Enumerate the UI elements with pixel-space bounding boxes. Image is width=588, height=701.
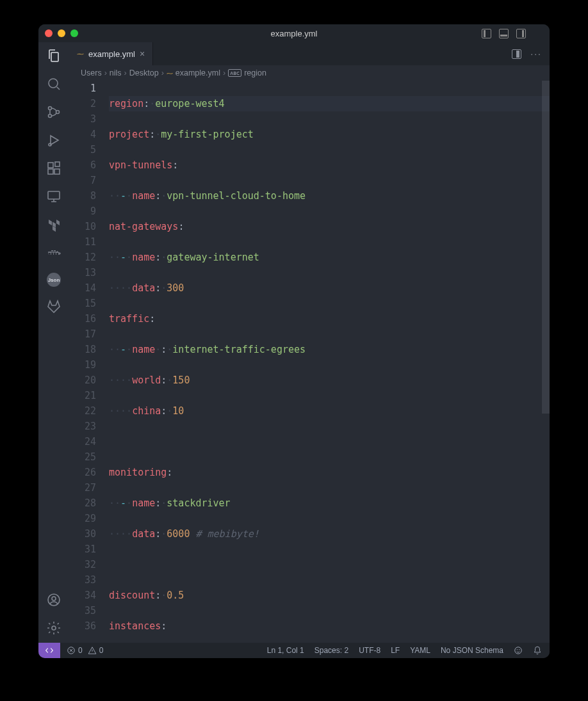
traffic-lights [45,29,78,37]
code-content[interactable]: region:·europe-west4 project:·my-first-p… [106,81,550,643]
editor-group: ⁓ example.yml × ··· Users › nils › Deskt… [69,42,550,643]
close-tab-icon[interactable]: × [140,49,145,58]
breadcrumb-item[interactable]: Desktop [129,68,159,77]
svg-point-14 [515,647,522,654]
yaml-file-icon: ⁓ [77,50,84,58]
breadcrumb[interactable]: Users › nils › Desktop › ⁓ example.yml ›… [69,65,550,81]
problems-warnings[interactable]: 0 [88,646,104,655]
svg-rect-7 [54,169,60,174]
tab-example-yml[interactable]: ⁓ example.yml × [69,42,153,65]
toggle-secondary-sidebar-icon[interactable] [516,29,526,38]
svg-point-1 [49,107,52,110]
chevron-right-icon: › [161,68,164,77]
search-icon[interactable] [45,76,62,92]
breadcrumb-item[interactable]: nils [110,68,122,77]
breadcrumb-item[interactable]: example.yml [176,68,220,77]
svg-point-2 [49,115,52,118]
explorer-icon[interactable] [45,47,62,64]
toggle-panel-icon[interactable] [499,29,509,38]
window-title: example.yml [38,29,550,38]
split-editor-icon[interactable] [512,49,521,59]
svg-rect-6 [48,169,53,174]
extensions-icon[interactable] [45,160,62,177]
docker-icon[interactable] [45,245,62,261]
svg-point-15 [517,650,518,650]
tab-label: example.yml [88,49,135,59]
json-schema-status[interactable]: No JSON Schema [441,646,503,655]
fullscreen-window-button[interactable] [70,29,78,37]
status-bar: 0 0 Ln 1, Col 1 Spaces: 2 UTF-8 LF YAML … [38,643,550,658]
language-mode[interactable]: YAML [410,646,430,655]
indentation[interactable]: Spaces: 2 [314,646,348,655]
line-number-gutter: 1 2 3 4 5 6 7 8 9 10 11 12 13 14 15 16 1 [69,81,106,643]
titlebar: example.yml [38,24,550,42]
activity-bar: Json [38,42,69,643]
settings-gear-icon[interactable] [45,620,62,636]
svg-point-11 [52,597,56,600]
breadcrumb-item[interactable]: region [244,68,266,77]
eol[interactable]: LF [391,646,400,655]
customize-layout-icon[interactable] [534,29,543,38]
svg-point-0 [49,79,58,88]
scrollbar-thumb[interactable] [542,81,550,414]
code-editor[interactable]: 1 2 3 4 5 6 7 8 9 10 11 12 13 14 15 16 1 [69,81,550,643]
symbol-icon: ᴀʙᴄ [228,69,241,77]
problems-errors[interactable]: 0 [67,646,83,655]
terraform-icon[interactable] [45,216,62,233]
svg-point-4 [49,143,51,146]
editor-scrollbar[interactable] [542,81,550,643]
more-actions-icon[interactable]: ··· [530,49,542,59]
accounts-icon[interactable] [45,592,62,608]
run-debug-icon[interactable] [45,132,62,149]
chevron-right-icon: › [223,68,225,77]
source-control-icon[interactable] [45,104,62,120]
minimize-window-button[interactable] [58,29,65,37]
titlebar-layout-controls [482,29,543,38]
remote-indicator[interactable] [38,643,60,658]
chevron-right-icon: › [124,68,127,77]
svg-point-16 [519,650,519,650]
svg-point-12 [52,626,56,630]
json-extension-icon[interactable]: Json [47,273,61,287]
svg-point-3 [56,111,60,114]
svg-rect-5 [48,163,53,168]
notifications-bell-icon[interactable] [533,646,542,655]
encoding[interactable]: UTF-8 [359,646,380,655]
breadcrumb-item[interactable]: Users [81,68,102,77]
cursor-position[interactable]: Ln 1, Col 1 [267,646,304,655]
vscode-window: example.yml [38,24,550,658]
feedback-icon[interactable] [514,646,523,655]
svg-rect-9 [48,191,60,199]
chevron-right-icon: › [104,68,107,77]
close-window-button[interactable] [45,29,53,37]
remote-explorer-icon[interactable] [45,188,62,205]
toggle-primary-sidebar-icon[interactable] [482,29,491,38]
gitlab-icon[interactable] [45,298,62,315]
tabs-row: ⁓ example.yml × ··· [69,42,550,65]
yaml-file-icon: ⁓ [167,70,173,77]
svg-rect-8 [55,162,60,166]
